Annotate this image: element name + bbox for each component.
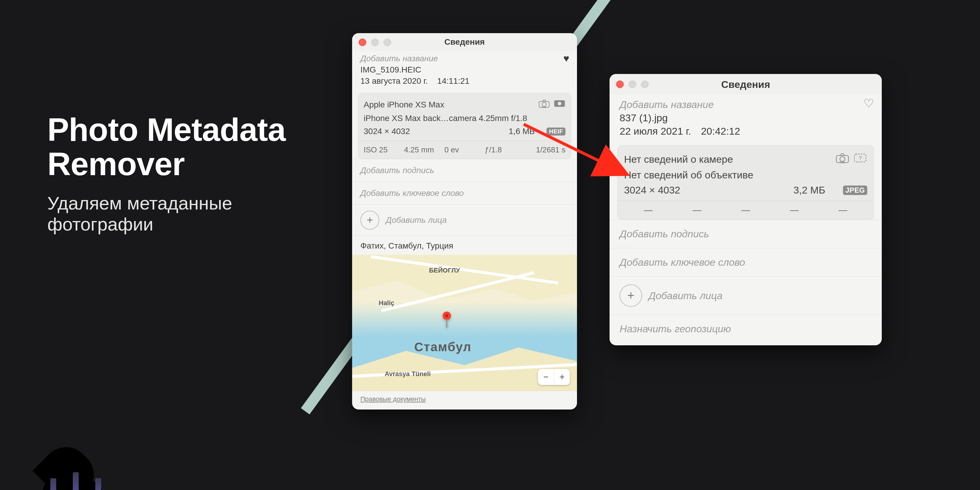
camera-model: Apple iPhone XS Max — [364, 100, 538, 110]
zoom-icon[interactable] — [383, 38, 391, 46]
hero-title: Photo Metadata Remover — [47, 113, 286, 181]
map-pin-icon[interactable] — [441, 311, 453, 330]
no-lens-info: Нет сведений об объективе — [624, 169, 867, 181]
close-icon[interactable] — [616, 81, 624, 88]
minimize-icon[interactable] — [628, 81, 636, 88]
close-icon[interactable] — [359, 38, 366, 46]
legal-link[interactable]: Правовые документы — [360, 395, 426, 403]
lens-info: iPhone XS Max back…camera 4.25mm f/1.8 — [364, 114, 565, 123]
no-camera-info: Нет сведений о камере — [624, 154, 835, 165]
svg-text:WB: WB — [542, 106, 546, 108]
unknown-format-icon: ? — [853, 153, 867, 166]
svg-rect-7 — [446, 319, 447, 328]
filename-label: IMG_5109.HEIC — [360, 65, 569, 75]
dimensions: 3024 × 4032 — [624, 185, 794, 196]
map-zoom-control: − + — [538, 369, 570, 385]
zoom-icon[interactable] — [641, 81, 649, 88]
exif-row-empty: — — — — — — [619, 200, 873, 219]
window-title: Сведения — [444, 37, 485, 47]
map-label: Haliç — [379, 299, 395, 307]
titlebar: Сведения — [609, 74, 882, 95]
window-title: Сведения — [721, 79, 770, 90]
info-panel-after: Сведения Добавить название ♡ 837 (1).jpg… — [609, 74, 882, 345]
map-view[interactable]: БЕЙОГЛУ Haliç Стамбул Avrasya Tüneli − + — [352, 255, 577, 391]
add-keyword-field[interactable]: Добавить ключевое слово — [352, 182, 577, 204]
hero-text: Photo Metadata Remover Удаляем метаданны… — [47, 113, 286, 235]
add-caption-field[interactable]: Добавить подпись — [609, 220, 882, 248]
plus-icon[interactable]: + — [620, 284, 642, 307]
add-faces-row[interactable]: + Добавить лица — [352, 204, 577, 235]
plus-icon[interactable]: + — [360, 211, 379, 230]
add-keyword-field[interactable]: Добавить ключевое слово — [609, 248, 882, 276]
dimensions: 3024 × 4032 — [364, 127, 509, 136]
camera-info-card: Нет сведений о камере WB ? Нет сведений … — [617, 145, 874, 220]
window-controls — [359, 38, 391, 46]
format-badge: HEIF — [547, 127, 565, 135]
camera-info-card: Apple iPhone XS Max WB iPhone XS Max bac… — [358, 93, 571, 159]
svg-point-6 — [445, 314, 448, 317]
filename-label: 837 (1).jpg — [620, 112, 872, 124]
info-panel-before: Сведения Добавить название ♥ IMG_5109.HE… — [352, 33, 577, 409]
favorite-heart-icon[interactable]: ♡ — [864, 97, 874, 110]
date-time: 13 августа 2020 г. 14:11:21 — [360, 76, 569, 86]
zoom-out-button[interactable]: − — [538, 369, 554, 385]
legal-link-row: Правовые документы — [352, 391, 577, 409]
svg-text:WB: WB — [840, 161, 845, 163]
favorite-heart-icon[interactable]: ♥ — [563, 52, 569, 64]
add-title-field[interactable]: Добавить название — [360, 54, 569, 63]
format-badge: JPEG — [843, 186, 867, 195]
window-controls — [616, 81, 649, 88]
add-caption-field[interactable]: Добавить подпись — [352, 159, 577, 182]
raw-badge-icon — [554, 99, 565, 110]
hero-subtitle: Удаляем метаданные фотографии — [47, 192, 286, 235]
location-text: Фатих, Стамбул, Турция — [352, 235, 577, 255]
assign-geo-field[interactable]: Назначить геопозицию — [609, 315, 882, 345]
zoom-in-button[interactable]: + — [554, 369, 570, 385]
map-city-label: Стамбул — [414, 340, 472, 354]
titlebar: Сведения — [352, 33, 577, 51]
camera-wb-icon: WB — [835, 153, 850, 166]
exif-row: ISO 25 4.25 mm 0 ev ƒ/1.8 1/2681 s — [358, 141, 571, 159]
svg-text:?: ? — [859, 155, 862, 161]
add-title-field[interactable]: Добавить название — [620, 99, 872, 110]
map-label: Avrasya Tüneli — [385, 370, 431, 378]
minimize-icon[interactable] — [371, 38, 379, 46]
file-size: 3,2 МБ — [794, 185, 825, 196]
date-time: 22 июля 2021 г. 20:42:12 — [620, 126, 872, 137]
add-faces-row[interactable]: + Добавить лица — [609, 276, 882, 315]
map-label: БЕЙОГЛУ — [429, 267, 460, 274]
file-size: 1,6 МБ — [509, 127, 535, 136]
svg-point-4 — [558, 102, 561, 105]
camera-wb-icon: WB — [538, 99, 550, 110]
